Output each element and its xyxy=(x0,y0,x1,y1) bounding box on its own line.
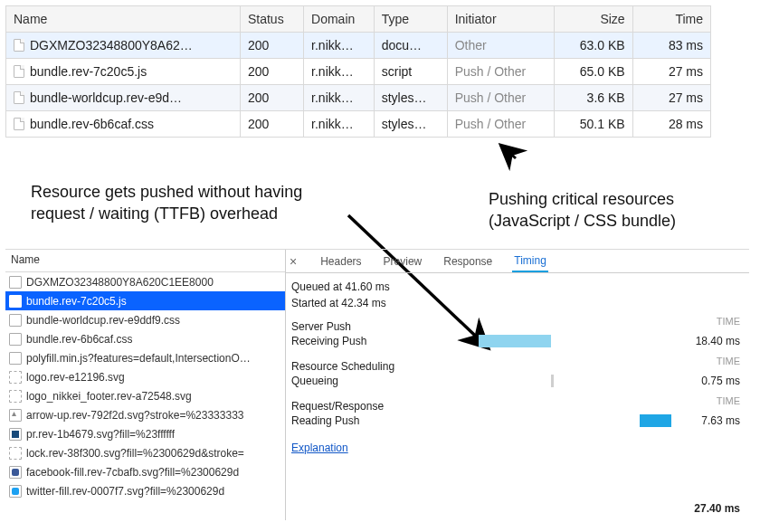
cell-status: 200 xyxy=(240,33,303,59)
col-domain[interactable]: Domain xyxy=(304,6,375,33)
tab-response[interactable]: Response xyxy=(442,252,494,271)
file-label: logo_nikkei_footer.rev-a72548.svg xyxy=(26,390,192,403)
row-receiving-push: Receiving Push 18.40 ms xyxy=(291,331,740,351)
network-header-row: Name Status Domain Type Initiator Size T… xyxy=(6,6,711,33)
sidebar-header[interactable]: Name xyxy=(5,250,285,272)
cell-type: styles… xyxy=(374,111,447,138)
cell-status: 200 xyxy=(240,85,303,111)
total-time: 27.40 ms xyxy=(694,502,740,515)
tab-timing[interactable]: Timing xyxy=(512,251,548,272)
time-header-3: TIME xyxy=(677,395,740,406)
file-icon xyxy=(9,447,22,460)
request-list-sidebar: Name DGXMZO32348800Y8A620C1EE8000bundle.… xyxy=(5,250,286,520)
file-label: lock.rev-38f300.svg?fill=%2300629d&strok… xyxy=(26,447,244,460)
list-item[interactable]: pr.rev-1b4679.svg?fill=%23ffffff xyxy=(5,424,285,443)
file-icon xyxy=(9,409,22,422)
file-label: bundle.rev-6b6caf.css xyxy=(26,333,132,346)
col-initiator[interactable]: Initiator xyxy=(447,6,555,33)
file-icon xyxy=(9,276,22,289)
file-icon xyxy=(14,65,24,78)
file-icon xyxy=(14,118,24,130)
cell-size: 63.0 KB xyxy=(555,33,632,59)
file-label: facebook-fill.rev-7cbafb.svg?fill=%23006… xyxy=(26,466,239,479)
time-header-2: TIME xyxy=(677,356,740,366)
list-item[interactable]: bundle-worldcup.rev-e9ddf9.css xyxy=(5,310,285,329)
file-label: polyfill.min.js?features=default,Interse… xyxy=(26,352,251,365)
list-item[interactable]: DGXMZO32348800Y8A620C1EE8000 xyxy=(5,272,285,291)
timing-body: Queued at 41.60 ms Started at 42.34 ms S… xyxy=(286,273,749,454)
annotation-left: Resource gets pushed without having requ… xyxy=(31,181,356,225)
started-at: Started at 42.34 ms xyxy=(291,295,740,311)
file-label: arrow-up.rev-792f2d.svg?stroke=%23333333 xyxy=(26,409,243,422)
file-icon xyxy=(9,390,22,403)
file-label: logo.rev-e12196.svg xyxy=(26,371,125,384)
file-icon xyxy=(9,466,22,479)
table-row[interactable]: bundle.rev-7c20c5.js200r.nikk…scriptPush… xyxy=(6,59,711,85)
bar-receiving-push xyxy=(479,335,551,347)
detail-pane: × Headers Preview Response Timing Queued… xyxy=(286,250,749,520)
file-icon xyxy=(14,39,24,52)
row-queueing: Queueing 0.75 ms xyxy=(291,371,740,391)
cell-size: 3.6 KB xyxy=(555,85,632,111)
cell-name: bundle.rev-7c20c5.js xyxy=(30,64,147,79)
col-time[interactable]: Time xyxy=(632,6,710,33)
cell-initiator: Other xyxy=(447,33,555,59)
label-queueing: Queueing xyxy=(291,375,409,387)
col-size[interactable]: Size xyxy=(555,6,632,33)
col-name[interactable]: Name xyxy=(6,6,241,33)
tab-headers[interactable]: Headers xyxy=(318,252,363,271)
cell-type: styles… xyxy=(374,85,447,111)
cell-initiator: Push / Other xyxy=(447,111,555,138)
col-status[interactable]: Status xyxy=(240,6,303,33)
file-label: pr.rev-1b4679.svg?fill=%23ffffff xyxy=(26,428,175,441)
cell-domain: r.nikk… xyxy=(304,111,375,138)
list-item[interactable]: facebook-fill.rev-7cbafb.svg?fill=%23006… xyxy=(5,462,285,481)
cell-domain: r.nikk… xyxy=(304,59,375,85)
value-reading-push: 7.63 ms xyxy=(677,414,740,427)
time-header-1: TIME xyxy=(677,316,740,327)
cell-status: 200 xyxy=(240,111,303,138)
file-icon xyxy=(9,428,22,441)
cell-initiator: Push / Other xyxy=(447,59,555,85)
explanation-link[interactable]: Explanation xyxy=(291,442,348,454)
row-reading-push: Reading Push 7.63 ms xyxy=(291,411,740,431)
list-item[interactable]: bundle.rev-7c20c5.js xyxy=(5,291,285,310)
table-row[interactable]: DGXMZO32348800Y8A62…200r.nikk…docu…Other… xyxy=(6,33,711,59)
cell-type: docu… xyxy=(374,33,447,59)
file-icon xyxy=(14,91,24,104)
cell-name: DGXMZO32348800Y8A62… xyxy=(30,38,193,52)
bar-reading-push xyxy=(640,414,672,427)
tab-preview[interactable]: Preview xyxy=(382,252,424,271)
list-item[interactable]: twitter-fill.rev-0007f7.svg?fill=%230062… xyxy=(5,481,285,500)
cell-time: 27 ms xyxy=(632,59,710,85)
file-label: bundle.rev-7c20c5.js xyxy=(26,295,127,308)
list-item[interactable]: logo_nikkei_footer.rev-a72548.svg xyxy=(5,386,285,405)
cell-time: 83 ms xyxy=(632,33,710,59)
value-queueing: 0.75 ms xyxy=(677,375,740,387)
detail-tabs: × Headers Preview Response Timing xyxy=(286,250,749,273)
cell-domain: r.nikk… xyxy=(304,85,375,111)
list-item[interactable]: lock.rev-38f300.svg?fill=%2300629d&strok… xyxy=(5,443,285,462)
cell-name: bundle-worldcup.rev-e9d… xyxy=(30,90,182,105)
close-icon[interactable]: × xyxy=(290,254,297,269)
label-receiving-push: Receiving Push xyxy=(291,335,409,347)
list-item[interactable]: bundle.rev-6b6caf.css xyxy=(5,329,285,348)
cell-name: bundle.rev-6b6caf.css xyxy=(30,117,154,131)
col-type[interactable]: Type xyxy=(374,6,447,33)
file-list[interactable]: DGXMZO32348800Y8A620C1EE8000bundle.rev-7… xyxy=(5,272,285,500)
file-label: DGXMZO32348800Y8A620C1EE8000 xyxy=(26,276,214,289)
cell-domain: r.nikk… xyxy=(304,33,375,59)
list-item[interactable]: polyfill.min.js?features=default,Interse… xyxy=(5,348,285,367)
cell-size: 65.0 KB xyxy=(555,59,632,85)
list-item[interactable]: logo.rev-e12196.svg xyxy=(5,367,285,386)
table-row[interactable]: bundle-worldcup.rev-e9d…200r.nikk…styles… xyxy=(6,85,711,111)
table-row[interactable]: bundle.rev-6b6caf.css200r.nikk…styles…Pu… xyxy=(6,111,711,138)
file-icon xyxy=(9,485,22,498)
annotation-right: Pushing critical resources (JavaScript /… xyxy=(489,188,742,233)
file-icon xyxy=(9,333,22,346)
file-icon xyxy=(9,352,22,365)
network-table[interactable]: Name Status Domain Type Initiator Size T… xyxy=(5,5,711,138)
value-receiving-push: 18.40 ms xyxy=(677,335,740,347)
file-icon xyxy=(9,314,22,327)
list-item[interactable]: arrow-up.rev-792f2d.svg?stroke=%23333333 xyxy=(5,405,285,424)
